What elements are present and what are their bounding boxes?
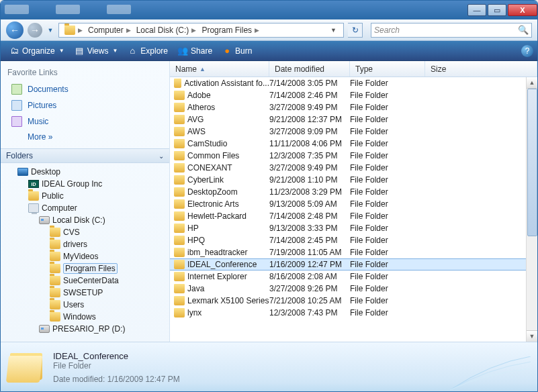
folder-icon: [174, 236, 185, 245]
folder-icon: [174, 199, 185, 209]
tree-item[interactable]: drivers: [5, 238, 169, 250]
tree-item[interactable]: Computer: [5, 202, 169, 214]
table-row[interactable]: CyberLink9/21/2008 1:10 PMFile Folder: [170, 174, 537, 186]
table-row[interactable]: AVG9/21/2008 12:37 PMFile Folder: [170, 113, 537, 126]
tree-item[interactable]: CVS: [5, 226, 169, 238]
scroll-up-button[interactable]: ▲: [527, 77, 537, 89]
table-row[interactable]: Activation Assistant fo...7/14/2008 3:05…: [170, 77, 537, 89]
file-name: CONEXANT: [187, 163, 232, 173]
tree-item-label: SueCenterData: [63, 276, 119, 285]
table-row[interactable]: lynx12/3/2008 7:43 PMFile Folder: [170, 307, 537, 319]
tree-item[interactable]: Users: [5, 299, 169, 311]
crumb-program-files[interactable]: Program Files: [201, 26, 252, 35]
col-date[interactable]: Date modified: [269, 61, 350, 77]
file-date: 12/3/2008 7:43 PM: [269, 308, 350, 317]
forward-button[interactable]: →: [28, 23, 42, 38]
tree-item[interactable]: Public: [5, 190, 169, 202]
burn-button[interactable]: ●Burn: [218, 44, 256, 58]
folders-header[interactable]: Folders ⌄: [1, 148, 169, 163]
folder-icon: [50, 312, 60, 322]
breadcrumb-dropdown[interactable]: ▼: [326, 27, 341, 34]
tree-item-label: CVS: [63, 228, 80, 237]
table-row[interactable]: HPQ7/14/2008 2:45 PMFile Folder: [170, 234, 537, 246]
share-button[interactable]: 👥Share: [173, 44, 216, 58]
search-input[interactable]: Search 🔍: [371, 23, 532, 38]
file-rows[interactable]: Activation Assistant fo...7/14/2008 3:05…: [170, 77, 537, 342]
tree-item[interactable]: Windows: [5, 311, 169, 323]
minimize-button[interactable]: —: [467, 4, 486, 16]
file-date: 3/27/2008 9:49 PM: [269, 163, 350, 173]
tree-item[interactable]: Desktop: [5, 166, 169, 178]
command-bar: 🗂Organize▼ ▤Views▼ ⌂Explore 👥Share ●Burn…: [1, 41, 537, 61]
tree-item[interactable]: SWSETUP: [5, 287, 169, 299]
tree-item-label: Windows: [63, 312, 96, 322]
scroll-thumb[interactable]: [527, 89, 537, 236]
table-row[interactable]: Java3/27/2008 9:26 PMFile Folder: [170, 283, 537, 295]
table-row[interactable]: Internet Explorer8/16/2008 2:08 AMFile F…: [170, 271, 537, 283]
scroll-down-button[interactable]: ▼: [527, 330, 537, 342]
table-row[interactable]: Electronic Arts9/13/2008 5:09 AMFile Fol…: [170, 198, 537, 210]
tree-item[interactable]: Program Files: [5, 262, 169, 275]
col-name[interactable]: Name▲: [170, 61, 269, 77]
views-button[interactable]: ▤Views▼: [70, 44, 122, 58]
file-date: 3/27/2008 9:26 PM: [269, 284, 350, 293]
folder-icon: [174, 211, 185, 221]
tree-item[interactable]: PRESARIO_RP (D:): [5, 323, 169, 335]
organize-button[interactable]: 🗂Organize▼: [5, 44, 69, 58]
search-icon: 🔍: [518, 25, 529, 35]
details-pane: IDEAL_Conference File Folder Date modifi…: [1, 342, 537, 392]
file-date: 8/16/2008 2:08 AM: [269, 272, 350, 281]
folder-icon: [174, 296, 185, 305]
tree-item[interactable]: Local Disk (C:): [5, 214, 169, 226]
details-modified-value: 1/16/2009 12:47 PM: [107, 375, 180, 384]
back-button[interactable]: ←: [6, 21, 24, 39]
explore-button[interactable]: ⌂Explore: [123, 44, 172, 58]
table-row[interactable]: Lexmark X5100 Series7/21/2008 10:25 AMFi…: [170, 295, 537, 307]
tree-item[interactable]: MyVideos: [5, 250, 169, 262]
table-row[interactable]: Common Files12/3/2008 7:35 PMFile Folder: [170, 150, 537, 162]
help-button[interactable]: ?: [521, 45, 533, 57]
file-date: 7/14/2008 2:45 PM: [269, 236, 350, 245]
table-row[interactable]: Adobe7/14/2008 2:46 PMFile Folder: [170, 89, 537, 101]
file-name: lynx: [187, 308, 201, 317]
navigation-pane: Favorite Links Documents Pictures Music …: [1, 61, 170, 342]
file-date: 3/27/2008 9:49 PM: [269, 103, 350, 112]
table-row[interactable]: Atheros3/27/2008 9:49 PMFile Folder: [170, 101, 537, 113]
titlebar[interactable]: — ▭ X: [1, 1, 537, 19]
table-row[interactable]: DesktopZoom11/23/2008 3:29 PMFile Folder: [170, 186, 537, 198]
maximize-button[interactable]: ▭: [488, 4, 506, 16]
table-row[interactable]: ibm_headtracker7/19/2008 11:05 AMFile Fo…: [170, 246, 537, 258]
explorer-window: — ▭ X ← → ▼ ▶ Computer▶ Local Disk (C:)▶…: [0, 0, 538, 392]
file-type: File Folder: [350, 187, 425, 197]
breadcrumb[interactable]: ▶ Computer▶ Local Disk (C:)▶ Program Fil…: [58, 23, 344, 38]
close-button[interactable]: X: [508, 4, 537, 16]
favlink-music[interactable]: Music: [7, 113, 163, 130]
nav-history-dropdown[interactable]: ▼: [46, 23, 54, 37]
chevron-down-icon: ⌄: [159, 152, 164, 160]
tree-item[interactable]: IDIDEAL Group Inc: [5, 178, 169, 190]
folder-icon: [174, 284, 185, 293]
table-row[interactable]: HP9/13/2008 3:33 PMFile Folder: [170, 222, 537, 234]
file-type: File Folder: [350, 248, 425, 257]
refresh-button[interactable]: ↻: [348, 23, 363, 38]
table-row[interactable]: IDEAL_Conference1/16/2009 12:47 PMFile F…: [170, 258, 537, 271]
crumb-computer[interactable]: Computer: [88, 26, 124, 35]
col-type[interactable]: Type: [350, 61, 425, 77]
vertical-scrollbar[interactable]: ▲ ▼: [526, 77, 537, 342]
file-name: Common Files: [187, 151, 239, 160]
favlink-documents[interactable]: Documents: [7, 81, 163, 97]
tree-item[interactable]: SueCenterData: [5, 275, 169, 287]
favlink-more[interactable]: More »: [7, 130, 163, 144]
crumb-local-disk[interactable]: Local Disk (C:): [136, 26, 189, 35]
folder-tree[interactable]: DesktopIDIDEAL Group IncPublicComputerLo…: [1, 163, 169, 342]
file-name: IDEAL_Conference: [187, 260, 257, 269]
table-row[interactable]: CamStudio11/11/2008 4:06 PMFile Folder: [170, 138, 537, 150]
col-size[interactable]: Size: [425, 61, 537, 77]
file-name: AVG: [187, 115, 204, 124]
file-date: 7/14/2008 2:46 PM: [269, 91, 350, 100]
table-row[interactable]: AWS3/27/2008 9:09 PMFile Folder: [170, 126, 537, 138]
file-name: Hewlett-Packard: [187, 211, 246, 221]
favlink-pictures[interactable]: Pictures: [7, 97, 163, 113]
table-row[interactable]: CONEXANT3/27/2008 9:49 PMFile Folder: [170, 162, 537, 174]
table-row[interactable]: Hewlett-Packard7/14/2008 2:48 PMFile Fol…: [170, 210, 537, 222]
